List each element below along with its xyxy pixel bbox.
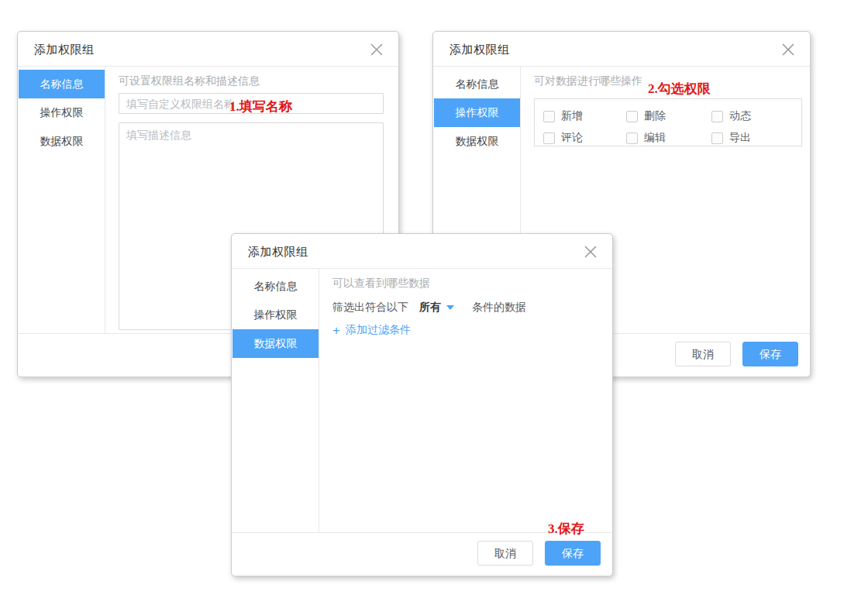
cancel-button[interactable]: 取消 <box>675 342 731 366</box>
checkbox-edit[interactable] <box>626 132 638 144</box>
annotation-step-2: 2.勾选权限 <box>648 80 711 98</box>
tab-panel-data-permission: 可以查看到哪些数据 筛选出符合以下 所有 条件的数据 + 添加过滤条件 <box>319 269 612 532</box>
checkbox-item-edit[interactable]: 编辑 <box>626 131 711 145</box>
close-icon[interactable] <box>780 41 797 58</box>
filter-suffix-label: 条件的数据 <box>472 301 526 315</box>
checkbox-comment[interactable] <box>543 132 555 144</box>
tab-data-permission[interactable]: 数据权限 <box>19 127 105 156</box>
close-icon[interactable] <box>582 243 599 260</box>
dialog-header: 添加权限组 <box>433 32 810 67</box>
tab-name-info[interactable]: 名称信息 <box>434 70 520 98</box>
checkbox-item-add[interactable]: 新增 <box>543 109 626 123</box>
checkbox-dynamic[interactable] <box>711 111 723 122</box>
filter-selected-value: 所有 <box>419 301 441 315</box>
filter-prefix-label: 筛选出符合以下 <box>332 301 408 315</box>
tab-operation-permission[interactable]: 操作权限 <box>434 98 520 127</box>
tutorial-canvas: 添加权限组 名称信息 操作权限 数据权限 可设置权限组名称和描述信息 1.填写名… <box>0 0 868 602</box>
plus-icon: + <box>332 324 340 337</box>
annotation-step-3: 3.保存 <box>548 520 584 538</box>
dialog-title: 添加权限组 <box>450 43 510 57</box>
permission-checkbox-panel: 新增 删除 动态 评论 <box>534 98 802 146</box>
helper-text: 可设置权限组名称和描述信息 <box>119 74 383 88</box>
tab-name-info[interactable]: 名称信息 <box>232 272 319 301</box>
helper-text: 可以查看到哪些数据 <box>332 276 597 290</box>
save-button[interactable]: 保存 <box>545 541 601 566</box>
cancel-button[interactable]: 取消 <box>477 541 533 566</box>
tab-rail: 名称信息 操作权限 数据权限 <box>434 70 520 156</box>
add-filter-label: 添加过滤条件 <box>346 323 411 337</box>
tab-operation-permission[interactable]: 操作权限 <box>19 98 105 127</box>
checkbox-delete[interactable] <box>626 111 638 122</box>
close-icon[interactable] <box>368 41 385 58</box>
checkbox-item-delete[interactable]: 删除 <box>626 109 711 123</box>
checkbox-item-export[interactable]: 导出 <box>711 131 751 145</box>
add-filter-condition-link[interactable]: + 添加过滤条件 <box>332 322 597 338</box>
dialog-footer: 取消 保存 <box>232 532 612 576</box>
filter-condition-row: 筛选出符合以下 所有 条件的数据 <box>332 300 597 315</box>
chevron-down-icon <box>446 305 454 310</box>
add-permission-group-dialog-data-permission: 添加权限组 名称信息 操作权限 数据权限 可以查看到哪些数据 筛选出符合以下 所… <box>231 233 613 576</box>
checkbox-export[interactable] <box>711 132 723 144</box>
tab-rail: 名称信息 操作权限 数据权限 <box>19 70 105 156</box>
annotation-step-1: 1.填写名称 <box>229 98 292 115</box>
tab-data-permission[interactable]: 数据权限 <box>232 329 319 358</box>
save-button[interactable]: 保存 <box>742 342 798 366</box>
tab-operation-permission[interactable]: 操作权限 <box>232 301 319 329</box>
checkbox-item-comment[interactable]: 评论 <box>543 131 626 145</box>
tab-name-info[interactable]: 名称信息 <box>19 70 105 98</box>
dialog-title: 添加权限组 <box>34 43 95 57</box>
dialog-header: 添加权限组 <box>232 234 612 269</box>
checkbox-add[interactable] <box>543 111 555 122</box>
filter-match-select[interactable]: 所有 <box>419 301 454 315</box>
dialog-title: 添加权限组 <box>248 245 308 260</box>
checkbox-item-dynamic[interactable]: 动态 <box>711 109 751 123</box>
tab-rail: 名称信息 操作权限 数据权限 <box>232 272 319 358</box>
dialog-header: 添加权限组 <box>18 32 398 67</box>
tab-data-permission[interactable]: 数据权限 <box>434 127 520 156</box>
